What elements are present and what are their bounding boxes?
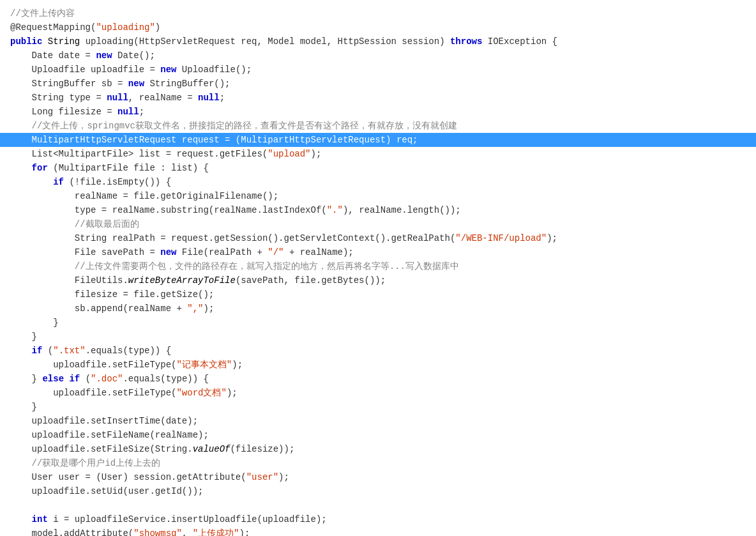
code-token: i = uploadfileService.insertUploadfile(u…	[48, 512, 327, 526]
code-token: "."	[327, 203, 343, 217]
watermark: 51CTO.com 技术博客 Blog	[660, 533, 743, 536]
code-line: } else if (".doc".equals(type)) {	[0, 372, 756, 386]
code-token: int	[32, 512, 48, 526]
code-token: null	[198, 91, 220, 105]
code-line: File savePath = new File(realPath + "/" …	[0, 245, 756, 259]
code-token: );	[239, 526, 250, 536]
code-line	[0, 498, 756, 512]
code-token: writeByteArrayToFile	[128, 273, 236, 287]
code-token: if	[32, 344, 43, 358]
code-token: "user"	[246, 470, 278, 484]
code-token: (!file.isEmpty()) {	[64, 175, 171, 189]
code-token: ;	[139, 105, 144, 119]
code-line: filesize = file.getSize();	[0, 287, 756, 302]
code-token: ".doc"	[91, 372, 123, 386]
code-token: new	[128, 77, 144, 91]
code-line: Date date = new Date();	[0, 49, 756, 63]
code-token: );	[278, 470, 289, 484]
code-line: StringBuffer sb = new StringBuffer();	[0, 77, 756, 91]
code-token: "upload"	[268, 147, 310, 161]
code-line: sb.append(realName + ",");	[0, 302, 756, 316]
code-token: "word文档"	[176, 386, 226, 400]
code-token: "记事本文档"	[176, 358, 232, 372]
code-line: }	[0, 316, 756, 330]
code-token: "/"	[268, 245, 284, 259]
code-token: String	[48, 34, 80, 49]
code-token: "/WEB-INF/upload"	[455, 231, 547, 245]
code-token: uploadfile.setFileSize(String.	[32, 442, 193, 456]
code-line: User user = (User) session.getAttribute(…	[0, 470, 756, 484]
code-token: + realName);	[284, 245, 354, 259]
code-container: //文件上传内容@RequestMapping("uploading")publ…	[0, 0, 756, 536]
code-token: ","	[187, 302, 203, 316]
code-token: Uploadfile();	[176, 63, 252, 77]
code-token: //截取最后面的	[75, 217, 139, 231]
code-token: (savePath, file.getBytes());	[236, 273, 386, 287]
code-line: uploadfile.setFileName(realName);	[0, 428, 756, 442]
code-line: //截取最后面的	[0, 217, 756, 231]
code-token	[42, 34, 47, 49]
code-token: , realName =	[128, 91, 198, 105]
code-token: ,	[182, 526, 193, 536]
code-token: Date date =	[32, 49, 96, 63]
code-token: if	[53, 175, 64, 189]
code-line: for (MultipartFile file : list) {	[0, 161, 756, 175]
code-token: ;	[220, 91, 225, 105]
code-line: uploadfile.setFileType("记事本文档");	[0, 358, 756, 372]
code-token: @RequestMapping(	[10, 20, 96, 34]
code-token: else if	[42, 372, 80, 386]
code-token: filesize = file.getSize();	[75, 287, 214, 302]
code-token: (filesize));	[230, 442, 294, 456]
code-line: }	[0, 400, 756, 414]
code-token: );	[227, 386, 238, 400]
code-token: null	[117, 105, 139, 119]
code-line: model.addAttribute("showmsg", "上传成功");	[0, 526, 756, 536]
code-token: List<MultipartFile> list = request.getFi…	[32, 147, 268, 161]
code-line: String realPath = request.getSession().g…	[0, 231, 756, 245]
code-token: type = realName.substring(realName.lastI…	[75, 203, 327, 217]
code-line: int i = uploadfileService.insertUploadfi…	[0, 512, 756, 526]
code-line: //获取是哪个用户id上传上去的	[0, 456, 756, 470]
code-line: if (".txt".equals(type)) {	[0, 344, 756, 358]
code-token: "上传成功"	[193, 526, 239, 536]
code-line: MultipartHttpServletRequest request = (M…	[0, 133, 756, 147]
code-line: //文件上传内容	[0, 6, 756, 20]
code-token: FileUtils.	[75, 273, 128, 287]
code-token: "uploading"	[96, 20, 155, 34]
code-line: @RequestMapping("uploading")	[0, 20, 756, 34]
code-token: new	[160, 63, 176, 77]
code-token: "showmsg"	[133, 526, 182, 536]
code-token: StringBuffer sb =	[32, 77, 128, 91]
code-line: uploadfile.setInsertTime(date);	[0, 414, 756, 428]
code-token: request = (MultipartHttpServletRequest) …	[176, 133, 418, 147]
code-token: uploadfile.setFileType(	[53, 386, 176, 400]
code-line: type = realName.substring(realName.lastI…	[0, 203, 756, 217]
code-token: String realPath = request.getSession().g…	[75, 231, 456, 245]
code-token: }	[53, 316, 58, 330]
code-token: }	[32, 372, 43, 386]
code-token: //获取是哪个用户id上传上去的	[32, 456, 161, 470]
code-token: }	[32, 330, 37, 344]
code-line: Uploadfile uploadfile = new Uploadfile()…	[0, 63, 756, 77]
code-token: File(realPath +	[176, 245, 268, 259]
code-token: );	[311, 147, 322, 161]
code-line: String type = null, realName = null;	[0, 91, 756, 105]
code-token: StringBuffer();	[144, 77, 230, 91]
code-token: uploadfile.setUid(user.getId());	[32, 484, 204, 498]
code-line: FileUtils.writeByteArrayToFile(savePath,…	[0, 273, 756, 287]
code-token: uploading(HttpServletRequest req, Model …	[80, 34, 450, 49]
code-line: uploadfile.setFileSize(String.valueOf(fi…	[0, 442, 756, 456]
code-token: );	[203, 302, 214, 316]
code-token: Long filesize =	[32, 105, 117, 119]
code-token: new	[160, 245, 176, 259]
code-token: uploadfile.setInsertTime(date);	[32, 414, 198, 428]
watermark-logo: 51CTO.com	[660, 533, 743, 536]
code-line: public String uploading(HttpServletReque…	[0, 34, 756, 49]
code-line: if (!file.isEmpty()) {	[0, 175, 756, 189]
code-line: uploadfile.setUid(user.getId());	[0, 484, 756, 498]
code-token: IOException {	[482, 34, 557, 49]
code-lines: //文件上传内容@RequestMapping("uploading")publ…	[0, 6, 756, 536]
code-line: uploadfile.setFileType("word文档");	[0, 386, 756, 400]
code-token: //文件上传，springmvc获取文件名，拼接指定的路径，查看文件是否有这个路…	[32, 119, 457, 133]
code-token: valueOf	[193, 442, 231, 456]
